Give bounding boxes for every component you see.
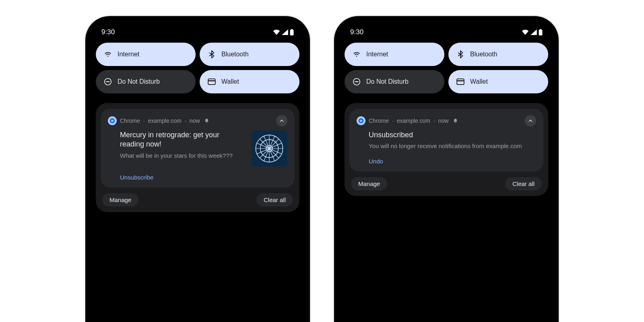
battery-icon [539, 29, 543, 35]
clear-all-button[interactable]: Clear all [256, 193, 293, 206]
qs-tile-wallet[interactable]: Wallet [200, 70, 299, 93]
svg-rect-5 [208, 79, 215, 85]
manage-button[interactable]: Manage [102, 193, 138, 206]
unsubscribe-action[interactable]: Unsubscribe [120, 174, 153, 181]
collapse-icon[interactable] [276, 115, 287, 126]
collapse-icon[interactable] [525, 115, 536, 126]
notification-title: Unsubscribed [369, 130, 536, 140]
qs-tile-label: Bluetooth [470, 51, 497, 58]
bell-icon [204, 118, 209, 124]
phone-frame-2: 9:30 Internet Bluetooth Do Not Disturb [334, 16, 559, 322]
qs-tile-label: Bluetooth [221, 51, 249, 58]
notification-app: Chrome [120, 118, 140, 124]
qs-tile-label: Wallet [221, 78, 239, 85]
notification-time: now [190, 118, 200, 124]
wifi-icon [104, 50, 112, 58]
clear-all-button[interactable]: Clear all [505, 177, 542, 190]
qs-tile-internet[interactable]: Internet [96, 43, 196, 66]
signal-icon [282, 29, 288, 35]
notification-body: You will no longer receive notifications… [369, 142, 536, 150]
status-bar: 9:30 [339, 21, 554, 40]
notification-site: example.com [148, 118, 182, 124]
battery-icon [290, 29, 294, 35]
notification-shade: Chrome · example.com · now Mercury in re… [96, 103, 299, 212]
notification-card[interactable]: Chrome · example.com · now Mercury in re… [101, 109, 295, 188]
status-time: 9:30 [101, 28, 115, 36]
svg-rect-1 [291, 29, 293, 30]
notification-body: What will be in your stars for this week… [120, 152, 246, 160]
status-time: 9:30 [350, 28, 363, 36]
qs-tile-label: Internet [118, 51, 139, 58]
dnd-icon [104, 78, 112, 86]
quick-settings: Internet Bluetooth Do Not Disturb Wallet [339, 40, 554, 96]
wallet-icon [456, 78, 464, 86]
svg-rect-26 [457, 80, 464, 81]
svg-point-2 [107, 56, 109, 57]
notification-thumbnail [251, 130, 287, 167]
svg-rect-25 [457, 79, 464, 85]
notification-site: example.com [397, 118, 430, 124]
chrome-icon [357, 116, 365, 125]
notification-header: Chrome · example.com · now [357, 115, 536, 126]
wifi-status-icon [273, 29, 280, 35]
wifi-status-icon [522, 29, 529, 35]
notification-shade: Chrome · example.com · now Unsubscribed … [345, 103, 548, 196]
chrome-icon [108, 116, 117, 125]
wifi-icon [353, 50, 361, 58]
wallet-icon [208, 78, 216, 86]
svg-point-22 [356, 56, 357, 57]
svg-point-8 [111, 120, 113, 122]
notification-title: Mercury in retrograde: get your reading … [120, 130, 246, 149]
qs-tile-label: Internet [366, 51, 388, 58]
notification-header: Chrome · example.com · now [108, 115, 287, 126]
undo-action[interactable]: Undo [369, 158, 383, 165]
bluetooth-icon [208, 50, 216, 58]
qs-tile-internet[interactable]: Internet [345, 43, 444, 66]
bell-icon [453, 118, 458, 124]
notification-time: now [438, 118, 449, 124]
dnd-icon [353, 78, 361, 86]
svg-rect-0 [290, 30, 294, 35]
qs-tile-wallet[interactable]: Wallet [448, 70, 548, 93]
qs-tile-dnd[interactable]: Do Not Disturb [96, 70, 196, 93]
qs-tile-bluetooth[interactable]: Bluetooth [448, 43, 548, 66]
status-bar: 9:30 [90, 21, 305, 40]
svg-rect-20 [539, 30, 543, 35]
signal-icon [530, 29, 537, 35]
qs-tile-label: Do Not Disturb [366, 78, 409, 85]
qs-tile-bluetooth[interactable]: Bluetooth [200, 43, 299, 66]
qs-tile-dnd[interactable]: Do Not Disturb [345, 70, 444, 93]
bluetooth-icon [456, 50, 464, 58]
notification-card[interactable]: Chrome · example.com · now Unsubscribed … [349, 109, 543, 171]
svg-rect-21 [540, 29, 541, 30]
qs-tile-label: Do Not Disturb [118, 78, 160, 85]
manage-button[interactable]: Manage [351, 177, 387, 190]
notification-app: Chrome [369, 118, 389, 124]
qs-tile-label: Wallet [470, 78, 488, 85]
svg-point-28 [360, 120, 362, 122]
phone-frame-1: 9:30 Internet Bluetooth Do Not Disturb [85, 16, 310, 322]
quick-settings: Internet Bluetooth Do Not Disturb Wallet [90, 40, 305, 96]
svg-rect-6 [208, 80, 215, 81]
